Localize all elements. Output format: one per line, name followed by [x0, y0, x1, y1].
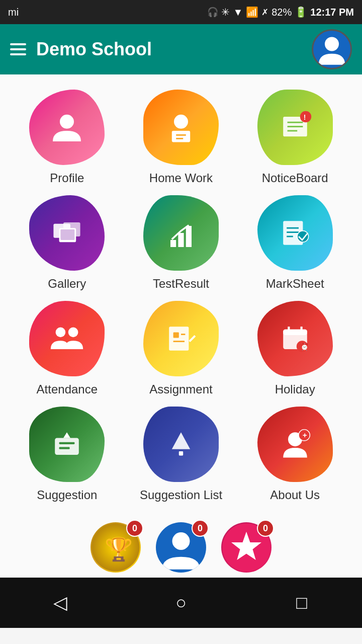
app-title: Demo School	[36, 39, 152, 60]
svg-rect-15	[61, 229, 75, 240]
svg-rect-16	[170, 240, 176, 247]
icon-blob-gallery	[29, 195, 105, 271]
bluetooth-icon: ✳	[221, 6, 230, 18]
svg-rect-31	[283, 330, 307, 335]
svg-point-25	[68, 328, 78, 338]
icon-blob-aboutus: +	[257, 407, 333, 482]
grid-item-testresult[interactable]: TestResult	[129, 195, 233, 291]
icon-suggestionlist	[163, 427, 199, 462]
label-profile: Profile	[50, 171, 84, 185]
icon-aboutus: +	[278, 427, 313, 462]
grid-item-homework[interactable]: Home Work	[129, 90, 233, 185]
icon-gallery	[49, 215, 84, 251]
avatar-svg	[314, 32, 349, 67]
battery-icon: 🔋	[295, 6, 307, 18]
svg-point-24	[56, 328, 66, 338]
svg-rect-26	[169, 327, 189, 351]
lte-icon: ✗	[261, 7, 268, 18]
icon-blob-suggestion	[29, 407, 105, 482]
svg-text:🏆: 🏆	[105, 536, 133, 563]
icon-blob-profile	[29, 90, 105, 165]
label-suggestionlist: Suggestion List	[140, 488, 222, 502]
grid-item-noticeboard[interactable]: ! NoticeBoard	[243, 90, 347, 185]
icon-blob-holiday: ⏰	[257, 301, 333, 376]
svg-rect-17	[178, 233, 184, 247]
hamburger-line2	[10, 48, 26, 50]
grid-item-gallery[interactable]: Gallery	[15, 195, 119, 291]
status-left: mi	[8, 7, 19, 18]
grid-item-suggestion[interactable]: Suggestion	[15, 407, 119, 502]
icon-blob-attendance	[29, 301, 105, 376]
icon-attendance	[49, 321, 84, 356]
icon-suggestion	[49, 427, 84, 462]
icon-blob-assignment	[143, 301, 219, 376]
user-avatar[interactable]	[312, 29, 352, 69]
label-gallery: Gallery	[48, 277, 86, 291]
action-star-action[interactable]: 0	[221, 522, 272, 573]
svg-point-0	[325, 37, 339, 51]
recent-button[interactable]: □	[287, 588, 317, 618]
main-grid: Profile Home Work ! NoticeBoard Gallery …	[0, 74, 362, 512]
grid-item-attendance[interactable]: Attendance	[15, 301, 119, 396]
label-suggestion: Suggestion	[37, 488, 97, 502]
svg-rect-27	[173, 332, 179, 338]
icon-marksheet	[278, 215, 313, 251]
app-header: Demo School	[0, 24, 362, 74]
icon-blob-homework	[143, 90, 219, 165]
mi-logo: mi	[8, 7, 19, 18]
grid-item-holiday[interactable]: ⏰ Holiday	[243, 301, 347, 396]
action-avatar-action[interactable]: 0	[156, 522, 206, 573]
svg-text:!: !	[303, 113, 306, 121]
svg-rect-4	[176, 134, 186, 136]
status-bar: mi 🎧 ✳ ▼ 📶 ✗ 82% 🔋 12:17 PM	[0, 0, 362, 24]
label-attendance: Attendance	[37, 382, 98, 396]
icon-assignment	[163, 321, 199, 356]
icon-profile	[49, 110, 84, 145]
svg-rect-39	[59, 447, 70, 449]
svg-point-1	[60, 115, 74, 129]
svg-point-2	[174, 115, 188, 129]
nav-bar: ◁ ○ □	[0, 578, 362, 628]
home-button[interactable]: ○	[166, 588, 196, 618]
svg-point-47	[172, 532, 190, 550]
bottom-actions: 0 🏆 0 0	[0, 512, 362, 578]
badge-avatar-action: 0	[192, 520, 209, 537]
svg-rect-28	[181, 334, 185, 335]
svg-rect-29	[173, 341, 185, 342]
svg-marker-37	[63, 432, 70, 438]
header-left: Demo School	[10, 39, 152, 60]
menu-button[interactable]	[10, 43, 26, 55]
label-marksheet: MarkSheet	[266, 277, 324, 291]
icon-blob-testresult	[143, 195, 219, 271]
icon-blob-marksheet	[257, 195, 333, 271]
grid-item-aboutus[interactable]: + About Us	[243, 407, 347, 502]
icon-holiday: ⏰	[278, 321, 313, 356]
label-testresult: TestResult	[153, 277, 209, 291]
svg-text:⏰: ⏰	[300, 343, 309, 351]
grid-item-marksheet[interactable]: MarkSheet	[243, 195, 347, 291]
svg-rect-40	[179, 451, 183, 455]
icon-testresult	[163, 215, 199, 251]
grid-item-profile[interactable]: Profile	[15, 90, 119, 185]
icon-homework	[163, 110, 199, 145]
badge-trophy: 0	[126, 520, 143, 537]
label-aboutus: About Us	[270, 488, 320, 502]
grid-item-suggestionlist[interactable]: Suggestion List	[129, 407, 233, 502]
badge-star-action: 0	[257, 520, 274, 537]
label-homework: Home Work	[149, 171, 213, 185]
svg-rect-38	[59, 442, 75, 444]
back-button[interactable]: ◁	[45, 588, 75, 618]
svg-rect-3	[172, 131, 190, 142]
hamburger-line1	[10, 43, 26, 45]
svg-rect-18	[186, 226, 192, 247]
label-assignment: Assignment	[149, 382, 212, 396]
label-holiday: Holiday	[275, 382, 315, 396]
battery-text: 82%	[272, 7, 292, 18]
svg-text:+: +	[302, 431, 307, 439]
icon-blob-noticeboard: !	[257, 90, 333, 165]
status-right: 🎧 ✳ ▼ 📶 ✗ 82% 🔋 12:17 PM	[207, 6, 354, 18]
label-noticeboard: NoticeBoard	[262, 171, 328, 185]
grid-item-assignment[interactable]: Assignment	[129, 301, 233, 396]
action-trophy[interactable]: 0 🏆	[90, 522, 141, 573]
icon-noticeboard: !	[278, 110, 313, 145]
